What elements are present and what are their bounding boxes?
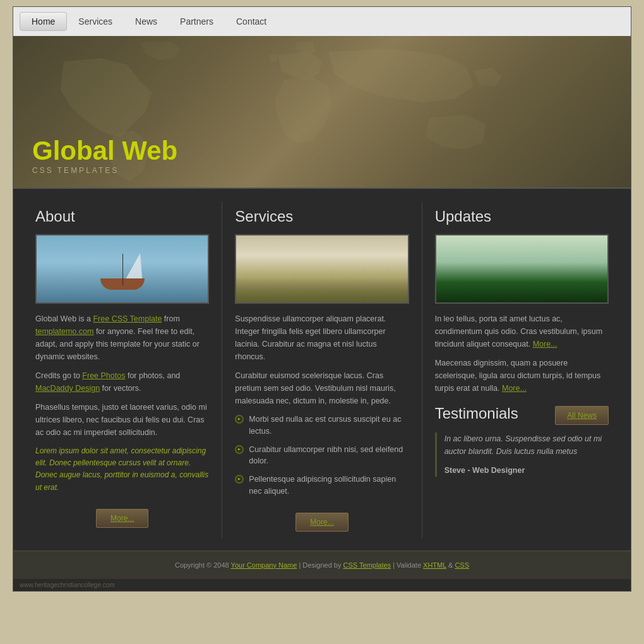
free-css-link[interactable]: Free CSS Template (93, 314, 162, 323)
designed-by-text: | Designed by (297, 561, 343, 569)
services-heading: Services (235, 208, 408, 225)
main-content: About Global Web is a Free CSS Template … (13, 188, 631, 551)
free-photos-link[interactable]: Free Photos (82, 371, 125, 380)
updates-image (435, 234, 609, 304)
bullet-text-3: Pellentesque adipiscing sollicitudin sap… (249, 474, 408, 498)
hero-title-highlight: Web (122, 136, 177, 165)
css-validate-link[interactable]: CSS (455, 561, 469, 569)
templatemo-link[interactable]: templatemo.com (35, 327, 93, 336)
watermark: www.heritagechristiancollege.com (13, 579, 631, 591)
bullet-item-3: Pellentesque adipiscing sollicitudin sap… (235, 474, 408, 498)
updates-para1: In leo tellus, porta sit amet luctus ac,… (435, 313, 609, 350)
bullet-icon-3 (235, 475, 244, 484)
about-column: About Global Web is a Free CSS Template … (23, 201, 222, 538)
about-para3: Phasellus tempus, justo et laoreet variu… (35, 401, 209, 439)
xhtml-link[interactable]: XHTML (423, 561, 446, 569)
about-more-button[interactable]: More... (96, 509, 148, 528)
about-italic: Lorem ipsum dolor sit amet, consectetur … (35, 445, 209, 494)
about-para2: Credits go to Free Photos for photos, an… (35, 369, 209, 395)
nav-home[interactable]: Home (20, 12, 67, 31)
copyright-text: Copyright © 2048 (175, 561, 231, 569)
snow-image (236, 236, 407, 302)
services-para2: Curabitur euismod scelerisque lacus. Cra… (235, 369, 408, 407)
services-image (235, 234, 408, 304)
nav-partners[interactable]: Partners (169, 13, 225, 30)
hero-subtitle: CSS Templates (32, 166, 177, 175)
updates-para2: Maecenas dignissim, quam a posuere scele… (435, 357, 609, 395)
bullet-item-2: Curabitur ullamcorper nibh nisi, sed ele… (235, 444, 408, 468)
macdaddy-link[interactable]: MacDaddy Design (35, 384, 100, 393)
all-news-button[interactable]: All News (555, 406, 609, 425)
updates-more-link-1[interactable]: More... (533, 340, 558, 349)
nav-contact[interactable]: Contact (225, 13, 278, 30)
nav-news[interactable]: News (124, 13, 169, 30)
bullet-text-2: Curabitur ullamcorper nibh nisi, sed ele… (249, 444, 408, 468)
and-text: & (446, 561, 455, 569)
nav-services[interactable]: Services (67, 13, 124, 30)
about-heading: About (35, 208, 209, 225)
services-bullets: Morbi sed nulla ac est cursus suscipit e… (235, 414, 408, 498)
forest-image (436, 236, 607, 302)
navigation: Home Services News Partners Contact (13, 7, 631, 36)
about-image (35, 234, 209, 304)
about-para1: Global Web is a Free CSS Template from t… (35, 313, 209, 363)
css-templates-link[interactable]: CSS Templates (343, 561, 391, 569)
bullet-item-1: Morbi sed nulla ac est cursus suscipit e… (235, 414, 408, 438)
hero-title-text: Global (32, 136, 122, 165)
updates-more-link-2[interactable]: More... (502, 384, 527, 393)
testimonial-author: Steve - Web Designer (444, 464, 609, 477)
services-column: Services Suspendisse ullamcorper aliquam… (222, 201, 422, 538)
hull-shape (100, 278, 145, 290)
bullet-text-1: Morbi sed nulla ac est cursus suscipit e… (249, 414, 408, 438)
hero-banner: Global Web CSS Templates (13, 36, 631, 188)
testimonial: In ac libero urna. Suspendisse sed odio … (435, 432, 609, 477)
about-more-wrapper: More... (35, 503, 209, 528)
services-more-button[interactable]: More... (295, 513, 348, 532)
boat-image (37, 236, 208, 302)
testimonial-text: In ac libero urna. Suspendisse sed odio … (444, 432, 609, 458)
services-para1: Suspendisse ullamcorper aliquam placerat… (235, 313, 408, 363)
hero-title: Global Web CSS Templates (32, 136, 177, 175)
bullet-icon-2 (235, 445, 244, 454)
services-more-wrapper: More... (235, 506, 408, 532)
updates-column: Updates In leo tellus, porta sit amet lu… (422, 201, 621, 538)
company-link[interactable]: Your Company Name (231, 561, 297, 569)
validate-text: | Validate (391, 561, 423, 569)
updates-heading: Updates (435, 208, 609, 225)
bullet-icon-1 (235, 415, 244, 424)
footer: Copyright © 2048 Your Company Name | Des… (13, 551, 631, 579)
